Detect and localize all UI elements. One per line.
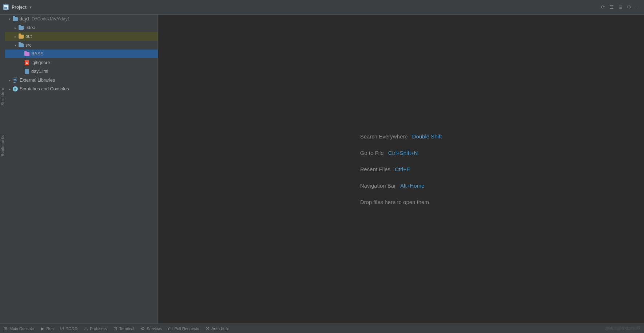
status-services[interactable]: ⚙ Services (140, 326, 162, 331)
iml-label: day1.iml (31, 69, 48, 74)
title-bar: Project ▾ ⟳ ☰ ⊟ ⚙ − (0, 0, 644, 15)
drop-files-row: Drop files here to open them (360, 199, 429, 205)
navigation-bar-label: Navigation Bar (360, 183, 396, 189)
search-everywhere-shortcut[interactable]: Double Shift (412, 133, 442, 140)
src-arrow (12, 42, 18, 48)
titlebar-project-label: Project (12, 5, 27, 10)
base-folder-icon (24, 51, 30, 57)
src-folder-icon (18, 42, 24, 48)
goto-file-shortcut[interactable]: Ctrl+Shift+N (388, 150, 418, 156)
run-icon: ▶ (40, 326, 45, 331)
terminal-label: Terminal (119, 326, 135, 331)
status-items: ⊞ Main Console ▶ Run ☑ TODO ⚠ Problems ⊡… (3, 326, 230, 331)
iml-file-icon (24, 68, 30, 74)
todo-icon: ☑ (59, 326, 64, 331)
pullreq-icon: ⛙ (168, 326, 173, 331)
svg-rect-0 (4, 5, 8, 9)
status-problems[interactable]: ⚠ Problems (83, 326, 107, 331)
root-folder-icon (12, 16, 18, 22)
services-label: Services (147, 326, 162, 331)
recent-files-label: Recent Files (360, 166, 390, 172)
left-strip: Structure Bookmarks (0, 15, 5, 324)
out-label: out (25, 34, 32, 39)
tree-item-day1iml[interactable]: day1.iml (5, 67, 158, 76)
extlibs-arrow (7, 77, 12, 83)
status-run[interactable]: ▶ Run (40, 326, 53, 331)
base-label: BASE (31, 51, 43, 56)
autobuild-label: Auto-build (211, 326, 230, 331)
src-label: src (25, 43, 32, 48)
search-everywhere-label: Search Everywhere (360, 133, 408, 140)
base-arrow (18, 51, 24, 57)
root-path: D:\Code\JAVA\day1 (32, 16, 70, 21)
titlebar-dropdown-arrow[interactable]: ▾ (29, 5, 32, 10)
project-panel: day1 D:\Code\JAVA\day1 .idea out (5, 15, 158, 324)
title-bar-left: Project ▾ (3, 4, 32, 10)
tree-item-base[interactable]: BASE (5, 50, 158, 58)
collapse-button[interactable]: ⊟ (617, 4, 624, 11)
problems-icon: ⚠ (83, 326, 88, 331)
gitignore-file-icon: G (24, 60, 30, 66)
tree-item-idea[interactable]: .idea (5, 23, 158, 32)
todo-label: TODO (66, 326, 77, 331)
gitignore-arrow (18, 60, 24, 66)
main-console-label: Main Console (9, 326, 34, 331)
editor-area: Search Everywhere Double Shift Go to Fil… (158, 15, 644, 324)
minimize-button[interactable]: − (635, 4, 641, 11)
project-tree: day1 D:\Code\JAVA\day1 .idea out (5, 15, 158, 324)
out-arrow (12, 34, 18, 39)
iml-arrow (18, 68, 24, 74)
recent-files-row: Recent Files Ctrl+E (360, 166, 410, 172)
scratches-label: Scratches and Consoles (20, 86, 69, 91)
structure-strip-label[interactable]: Structure (1, 87, 5, 106)
status-terminal[interactable]: ⊡ Terminal (113, 326, 135, 331)
status-todo[interactable]: ☑ TODO (59, 326, 77, 331)
project-icon (3, 4, 9, 10)
status-autobuild[interactable]: ⚒ Auto-build (205, 326, 230, 331)
tree-item-scratches[interactable]: S Scratches and Consoles (5, 85, 158, 93)
run-label: Run (46, 326, 53, 331)
settings-button[interactable]: ⚙ (626, 4, 632, 11)
status-pullreq[interactable]: ⛙ Pull Requests (168, 326, 199, 331)
scratches-icon: S (12, 86, 18, 92)
problems-label: Problems (90, 326, 107, 331)
idea-label: .idea (25, 25, 35, 30)
sync-button[interactable]: ⟳ (600, 4, 606, 11)
status-bar: ⊞ Main Console ▶ Run ☑ TODO ⚠ Problems ⊡… (0, 324, 644, 333)
root-arrow (7, 16, 12, 22)
navigation-bar-row: Navigation Bar Alt+Home (360, 183, 425, 189)
tree-item-src[interactable]: src (5, 41, 158, 50)
recent-files-shortcut[interactable]: Ctrl+E (395, 166, 410, 172)
bookmarks-strip-label[interactable]: Bookmarks (1, 135, 5, 156)
tree-item-external-libs[interactable]: External Libraries (5, 76, 158, 85)
pullreq-label: Pull Requests (174, 326, 199, 331)
idea-arrow (12, 25, 18, 31)
out-folder-icon (18, 34, 24, 39)
tree-item-root[interactable]: day1 D:\Code\JAVA\day1 (5, 15, 158, 23)
watermark: @稀土掘金技术社区 (605, 326, 641, 331)
main-console-icon: ⊞ (3, 326, 8, 331)
gitignore-label: .gitignore (31, 60, 50, 65)
root-name: day1 (20, 16, 29, 21)
extlibs-label: External Libraries (20, 78, 55, 83)
terminal-icon: ⊡ (113, 326, 118, 331)
services-icon: ⚙ (140, 326, 145, 331)
title-bar-controls: ⟳ ☰ ⊟ ⚙ − (600, 4, 641, 11)
goto-file-label: Go to File (360, 150, 384, 156)
scratches-arrow (7, 86, 12, 92)
navigation-bar-shortcut[interactable]: Alt+Home (400, 183, 424, 189)
goto-file-row: Go to File Ctrl+Shift+N (360, 150, 418, 156)
sort-button[interactable]: ☰ (608, 4, 615, 11)
search-everywhere-row: Search Everywhere Double Shift (360, 133, 442, 140)
tree-item-out[interactable]: out (5, 32, 158, 41)
status-main-console[interactable]: ⊞ Main Console (3, 326, 34, 331)
tree-item-gitignore[interactable]: G .gitignore (5, 58, 158, 67)
autobuild-icon: ⚒ (205, 326, 210, 331)
main-content: Structure Bookmarks day1 D:\Code\JAVA\da… (0, 15, 644, 324)
welcome-content: Search Everywhere Double Shift Go to Fil… (360, 133, 442, 205)
extlibs-icon (12, 77, 18, 83)
idea-folder-icon (18, 25, 24, 31)
drop-files-label: Drop files here to open them (360, 199, 429, 205)
